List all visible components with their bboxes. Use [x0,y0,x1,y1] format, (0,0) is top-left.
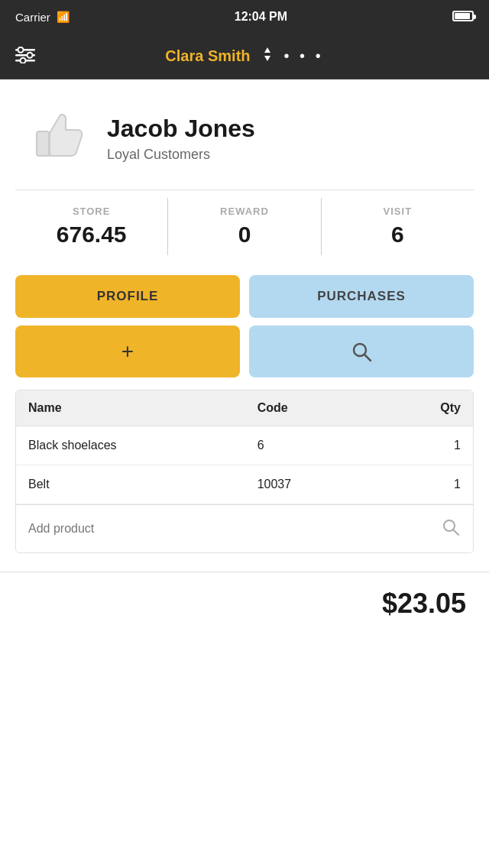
add-product-input[interactable] [28,522,441,536]
table-header: Name Code Qty [16,390,473,426]
action-buttons: PROFILE PURCHASES [0,263,489,326]
total-amount: $23.05 [23,588,466,620]
svg-point-3 [18,47,24,52]
stats-row: STORE 676.45 REWARD 0 VISIT 6 [15,189,474,263]
nav-center: Clara Smith • • • [165,46,323,66]
stat-reward: REWARD 0 [168,198,321,255]
svg-point-5 [21,57,26,63]
search-small-icon [441,517,461,540]
svg-line-10 [365,355,371,361]
stat-reward-label: REWARD [168,206,320,217]
secondary-buttons: + [0,326,489,390]
cell-name-0: Black shoelaces [28,439,257,452]
profile-button[interactable]: PROFILE [15,275,240,318]
profile-section: Jacob Jones Loyal Customers [0,79,489,189]
add-product-row[interactable] [16,504,473,552]
search-button[interactable] [249,326,474,377]
customer-tier: Loyal Customers [107,147,466,163]
sort-icon[interactable] [260,46,275,66]
profile-info: Jacob Jones Loyal Customers [107,114,466,162]
svg-rect-8 [37,131,49,156]
col-header-name: Name [28,401,257,415]
sliders-icon [15,47,35,63]
status-bar: Carrier 📶 12:04 PM [0,0,489,34]
stat-visit: VISIT 6 [322,198,474,255]
total-section: $23.05 [0,572,489,635]
col-header-qty: Qty [384,401,461,415]
stat-store-value: 676.45 [15,222,167,248]
col-header-code: Code [257,401,384,415]
stat-visit-label: VISIT [322,206,474,217]
filter-button[interactable] [15,47,35,66]
svg-point-9 [354,344,366,356]
cell-code-1: 10037 [257,478,384,491]
cell-name-1: Belt [28,478,257,491]
table-row: Black shoelaces 6 1 [16,426,473,465]
carrier-label: Carrier [15,11,50,24]
purchases-button[interactable]: PURCHASES [249,275,474,318]
stat-reward-value: 0 [168,222,320,248]
wifi-icon: 📶 [57,11,70,23]
svg-point-4 [28,52,33,57]
svg-line-12 [454,530,459,536]
customer-name: Jacob Jones [107,114,466,143]
stat-store-label: STORE [15,206,167,217]
status-left: Carrier 📶 [15,11,70,24]
svg-marker-6 [264,47,270,53]
stat-visit-value: 6 [322,222,474,248]
cell-qty-1: 1 [384,478,461,491]
more-options-icon[interactable]: • • • [284,47,324,65]
sort-arrows-icon [260,46,275,63]
stat-store: STORE 676.45 [15,198,168,255]
cell-code-0: 6 [257,439,384,452]
cell-qty-0: 1 [384,439,461,452]
table-section: Name Code Qty Black shoelaces 6 1 Belt 1… [15,390,474,553]
nav-user-name: Clara Smith [165,47,250,65]
battery-indicator [452,11,474,24]
add-button[interactable]: + [15,326,240,377]
table-row: Belt 10037 1 [16,465,473,504]
nav-bar: Clara Smith • • • [0,34,489,79]
svg-marker-7 [264,56,270,61]
thumbs-up-icon [23,102,92,174]
status-time: 12:04 PM [235,10,287,24]
search-icon [351,341,372,362]
